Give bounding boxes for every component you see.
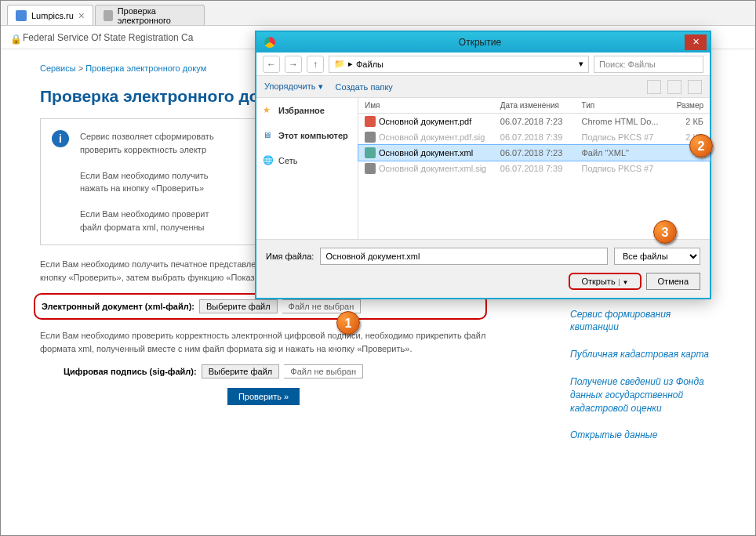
- file-item[interactable]: Основной документ.pdf06.07.2018 7:23Chro…: [358, 114, 710, 129]
- sig-status: Файл не выбран: [284, 364, 363, 378]
- open-button[interactable]: Открыть▼: [569, 273, 641, 290]
- network-item[interactable]: 🌐Сеть: [263, 153, 351, 168]
- info-icon: i: [52, 130, 69, 147]
- search-input[interactable]: Поиск: Файлы: [594, 56, 703, 73]
- file-item[interactable]: Основной документ.xml.sig06.07.2018 7:39…: [358, 161, 710, 176]
- file-list-header[interactable]: Имя Дата изменения Тип Размер: [358, 98, 710, 114]
- help-icon[interactable]: [688, 80, 702, 94]
- lock-icon: 🔒: [10, 34, 18, 42]
- file-icon: [365, 116, 376, 127]
- sig-label: Цифровая подпись (sig-файл):: [64, 367, 197, 376]
- dialog-title: Открытие: [275, 37, 685, 48]
- close-icon[interactable]: ×: [78, 9, 85, 22]
- marker-3: 3: [653, 220, 677, 244]
- up-button[interactable]: ↑: [307, 56, 324, 73]
- breadcrumb-home[interactable]: Сервисы: [40, 63, 76, 73]
- organize-menu[interactable]: Упорядочить ▾: [264, 81, 323, 92]
- tab-lumpics[interactable]: Lumpics.ru ×: [7, 5, 93, 25]
- favorites-item[interactable]: ★Избранное: [263, 103, 351, 118]
- dialog-footer: Имя файла: Все файлы Открыть▼ Отмена: [256, 239, 710, 298]
- cancel-button[interactable]: Отмена: [646, 273, 700, 290]
- favicon-icon: [16, 10, 27, 21]
- new-folder-button[interactable]: Создать папку: [336, 82, 393, 92]
- folder-icon: 📁: [334, 59, 345, 69]
- file-icon: [365, 132, 376, 143]
- app-icon: [264, 37, 275, 48]
- filename-input[interactable]: [320, 248, 608, 265]
- choose-sig-button[interactable]: Выберите файл: [202, 364, 280, 378]
- xml-label: Электронный документ (xml-файл):: [42, 302, 194, 311]
- sidebar-link[interactable]: Открытые данные: [570, 429, 716, 442]
- dialog-toolbar: Упорядочить ▾ Создать папку: [256, 76, 710, 98]
- sidebar-link[interactable]: Публичная кадастровая карта: [570, 348, 716, 361]
- view-icon[interactable]: [667, 80, 681, 94]
- dialog-nav: ← → ↑ 📁 ▸ Файлы ▾ Поиск: Файлы: [256, 53, 710, 76]
- marker-2: 2: [689, 134, 713, 158]
- file-item[interactable]: Основной документ.pdf.sig06.07.2018 7:39…: [358, 129, 710, 145]
- this-pc-item[interactable]: 🖥Этот компьютер: [263, 128, 351, 143]
- forward-button[interactable]: →: [285, 56, 302, 73]
- sig-file-row: Цифровая подпись (sig-файл): Выберите фа…: [40, 364, 487, 378]
- close-button[interactable]: ✕: [685, 34, 707, 50]
- description-2: Если Вам необходимо проверить корректнос…: [40, 329, 487, 355]
- pc-icon: 🖥: [263, 130, 274, 141]
- network-icon: 🌐: [263, 155, 274, 166]
- marker-1: 1: [336, 311, 360, 335]
- path-input[interactable]: 📁 ▸ Файлы ▾: [329, 56, 589, 73]
- tab-title: Lumpics.ru: [31, 11, 74, 20]
- file-icon: [365, 147, 376, 158]
- back-button[interactable]: ←: [263, 56, 280, 73]
- dialog-titlebar[interactable]: Открытие ✕: [256, 32, 710, 53]
- sidebar-link[interactable]: Получение сведений из Фонда данных госуд…: [570, 375, 716, 415]
- file-item[interactable]: Основной документ.xml06.07.2018 7:23Файл…: [358, 145, 710, 161]
- file-open-dialog: Открытие ✕ ← → ↑ 📁 ▸ Файлы ▾ Поиск: Файл…: [255, 31, 711, 299]
- filter-select[interactable]: Все файлы: [614, 248, 700, 265]
- view-icon[interactable]: [647, 80, 661, 94]
- check-button[interactable]: Проверить »: [227, 388, 300, 405]
- star-icon: ★: [263, 105, 274, 116]
- choose-xml-button[interactable]: Выберите файл: [199, 299, 278, 313]
- filename-label: Имя файла:: [266, 252, 314, 261]
- file-list: Имя Дата изменения Тип Размер Основной д…: [358, 98, 710, 239]
- file-icon: [365, 163, 376, 174]
- browser-tabs: Lumpics.ru × Проверка электронного: [1, 1, 755, 26]
- breadcrumb-current[interactable]: Проверка электронного докум: [85, 63, 206, 73]
- sidebar-link[interactable]: Сервис формирования квитанции: [570, 308, 716, 335]
- favicon-icon: [104, 10, 113, 21]
- address-text: Federal Service Of State Registration Ca: [23, 32, 193, 43]
- tab-rosreestr[interactable]: Проверка электронного: [95, 5, 205, 25]
- dialog-sidebar: ★Избранное 🖥Этот компьютер 🌐Сеть: [256, 98, 358, 239]
- tab-title: Проверка электронного: [118, 6, 196, 25]
